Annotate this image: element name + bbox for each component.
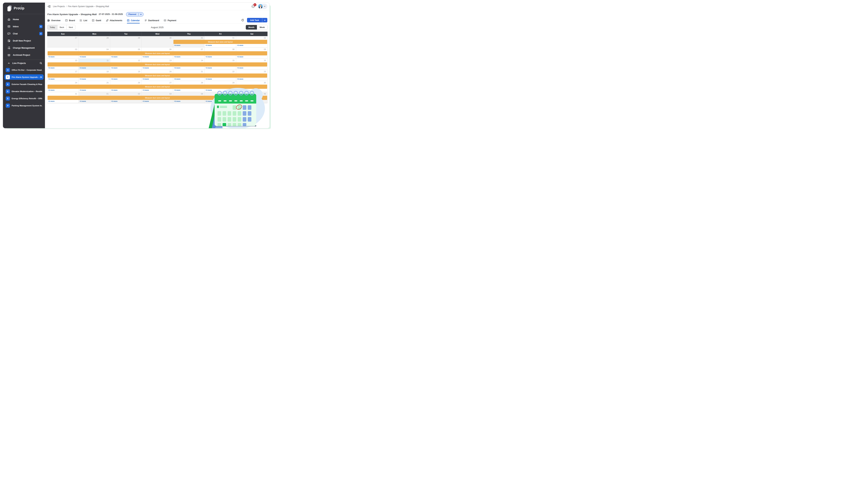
tab-board[interactable]: Board	[65, 18, 75, 23]
more-events-link[interactable]: +3 more	[79, 56, 86, 58]
more-events-link[interactable]: +3 more	[48, 100, 55, 102]
more-events-link[interactable]: +3 more	[48, 89, 55, 91]
more-events-link[interactable]: +3 more	[174, 78, 180, 80]
more-events-link[interactable]: +3 more	[111, 78, 118, 80]
tab-attachments[interactable]: Attachments	[106, 18, 122, 23]
add-task-button[interactable]: Add Task	[247, 18, 262, 22]
avatar	[258, 4, 263, 9]
sidebar-section-live-projects[interactable]: Live Projects	[3, 60, 45, 66]
sidebar-item-draft-new-project[interactable]: Draft New Project	[3, 37, 45, 44]
notifications-button[interactable]: 0	[251, 4, 255, 9]
event-bar[interactable]: Measure duct sizes and layout	[47, 96, 267, 100]
more-events-link[interactable]: +3 more	[79, 89, 86, 91]
more-events-link[interactable]: +3 more	[79, 78, 86, 80]
tab-list[interactable]: List	[80, 18, 87, 23]
sidebar-item-label: Change Management	[13, 47, 35, 49]
more-events-link[interactable]: +3 more	[205, 100, 212, 102]
more-events-link[interactable]: +3 more	[205, 44, 212, 46]
more-events-link[interactable]: +3 more	[143, 67, 149, 69]
tab-overview[interactable]: Overview	[47, 18, 61, 23]
sidebar-project-item[interactable]: E Elevator Modernization – Reside...	[4, 88, 44, 94]
calendar-week-row: 2728293031+4 more01+3 more02+3 moreMeasu…	[47, 36, 267, 47]
event-bar[interactable]: Measure duct sizes and layout	[47, 62, 267, 66]
sidebar-project-item[interactable]: P Parking Management System In...	[4, 103, 44, 108]
more-events-link[interactable]: +3 more	[48, 78, 55, 80]
more-events-link[interactable]: +3 more	[237, 78, 243, 80]
more-events-link[interactable]: +3 more	[48, 67, 55, 69]
more-events-link[interactable]: +3 more	[205, 67, 212, 69]
calendar-day-cell[interactable]: 29	[110, 36, 142, 47]
sidebar-item-chat[interactable]: Chat0	[3, 30, 45, 37]
sidebar-project-item[interactable]: E Exterior Facade Cleaning & Repa...	[4, 82, 44, 87]
more-events-link[interactable]: +3 more	[111, 100, 118, 102]
calendar-icon	[127, 19, 130, 22]
sidebar-item-archived-project[interactable]: Archived Project	[3, 51, 45, 58]
event-title: Measure duct sizes and layout	[145, 75, 170, 77]
sidebar-item-change-management[interactable]: Change Management	[3, 44, 45, 51]
search-icon[interactable]	[40, 62, 42, 64]
calendar-day-cell[interactable]: 28	[79, 36, 110, 47]
more-events-link[interactable]: +3 more	[174, 100, 180, 102]
more-events-link[interactable]: +3 more	[79, 100, 86, 102]
more-events-link[interactable]: +3 more	[174, 89, 180, 91]
more-events-link[interactable]: +3 more	[79, 67, 86, 69]
event-title: Measure duct sizes and layout	[145, 97, 170, 99]
tab-label: Attachments	[110, 19, 122, 22]
more-events-link[interactable]: +3 more	[143, 78, 149, 80]
tab-payment[interactable]: Payment	[164, 18, 176, 23]
event-bar[interactable]: Measure duct sizes and layout	[173, 40, 267, 44]
calendar-day-cell[interactable]: 27	[47, 36, 79, 47]
month-view-button[interactable]: Month	[246, 25, 257, 30]
user-menu[interactable]	[257, 4, 267, 9]
tab-gantt[interactable]: Gantt	[92, 18, 101, 23]
breadcrumb-live-projects[interactable]: Live Projects	[53, 5, 65, 8]
tab-calendar[interactable]: Calendar	[127, 18, 140, 23]
event-title: Measure duct sizes and layout	[145, 63, 170, 65]
tab-dashboard[interactable]: Dashboard	[144, 18, 159, 23]
more-events-link[interactable]: +3 more	[111, 56, 118, 58]
project-label: Office Fit-Out – Corporate Head...	[12, 69, 42, 71]
breadcrumb-current: Fire Alarm System Upgrade – Shopping Mal…	[68, 5, 109, 8]
sidebar-item-home[interactable]: Home	[3, 16, 45, 23]
tab-label: List	[84, 19, 87, 22]
event-title: Measure duct sizes and layout	[145, 52, 170, 54]
today-button[interactable]: Today	[47, 25, 57, 30]
sidebar-project-item[interactable]: E Energy Efficiency Retrofit – Offic...	[4, 96, 44, 101]
more-events-link[interactable]: +3 more	[205, 78, 212, 80]
sidebar-collapse-icon[interactable]	[47, 5, 51, 8]
more-events-link[interactable]: +3 more	[237, 56, 243, 58]
more-events-link[interactable]: +3 more	[205, 56, 212, 58]
more-events-link[interactable]: +3 more	[174, 67, 180, 69]
day-number: 06	[169, 48, 172, 50]
sidebar-project-item[interactable]: F Fire Alarm System Upgrade – Sh...	[4, 74, 44, 80]
more-events-link[interactable]: +3 more	[111, 67, 118, 69]
more-events-link[interactable]: +3 more	[48, 56, 55, 58]
event-bar[interactable]: Measure duct sizes and layout	[47, 51, 267, 55]
more-events-link[interactable]: +3 more	[237, 89, 243, 91]
day-number: 31	[75, 93, 77, 95]
more-events-link[interactable]: +4 more	[174, 44, 180, 46]
more-events-link[interactable]: +3 more	[143, 100, 149, 102]
attach-icon	[106, 19, 109, 22]
more-events-link[interactable]: +3 more	[143, 56, 149, 58]
more-events-link[interactable]: +3 more	[205, 89, 212, 91]
sidebar-item-inbox[interactable]: Inbox0	[3, 23, 45, 30]
more-events-link[interactable]: +3 more	[143, 89, 149, 91]
event-bar[interactable]: Measure duct sizes and layout	[47, 74, 267, 78]
status-dropdown[interactable]: Planned	[126, 12, 144, 17]
refresh-icon[interactable]	[241, 19, 244, 22]
day-number: 29	[232, 82, 234, 84]
more-events-link[interactable]: +3 more	[111, 89, 118, 91]
calendar-day-cell[interactable]: 30	[142, 36, 173, 47]
next-button[interactable]: Next	[66, 25, 75, 30]
add-task-dropdown[interactable]	[262, 18, 267, 22]
sidebar-project-item[interactable]: O Office Fit-Out – Corporate Head...	[4, 67, 44, 73]
event-bar[interactable]: Measure duct sizes and layout	[47, 85, 267, 89]
day-number: 15	[232, 60, 234, 62]
day-number: 03	[169, 93, 172, 95]
more-events-link[interactable]: +3 more	[237, 44, 243, 46]
more-events-link[interactable]: +3 more	[174, 56, 180, 58]
more-events-link[interactable]: +3 more	[237, 67, 243, 69]
week-view-button[interactable]: Week	[257, 25, 267, 30]
back-button[interactable]: Back	[57, 25, 67, 30]
